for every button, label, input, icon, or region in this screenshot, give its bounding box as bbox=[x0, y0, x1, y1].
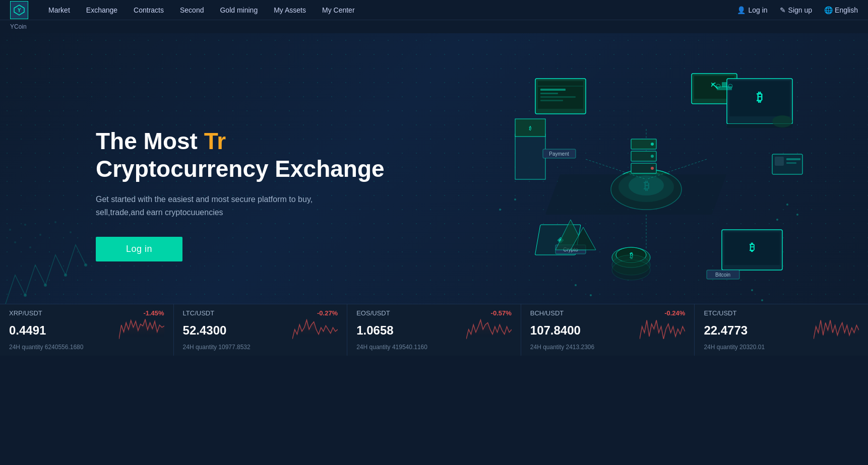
svg-point-5 bbox=[64, 274, 67, 277]
hero-title-line1: The Most Tr bbox=[96, 127, 385, 155]
hero-subtitle: Get started with the easiest and most se… bbox=[96, 193, 385, 219]
ticker-top: LTC/USDT -0.27% bbox=[183, 309, 338, 317]
ticker-chart bbox=[119, 319, 164, 341]
ticker-item[interactable]: XRP/USDT -1.45% 0.4491 24H quantity 6240… bbox=[0, 304, 174, 356]
svg-text:Y: Y bbox=[18, 8, 21, 13]
svg-point-57 bbox=[651, 143, 654, 146]
brand-name: YCoin bbox=[10, 23, 27, 30]
ticker-pair: XRP/USDT bbox=[9, 309, 42, 317]
ticker-item[interactable]: LTC/USDT -0.27% 52.4300 24H quantity 109… bbox=[174, 304, 348, 356]
svg-text:₿: ₿ bbox=[529, 125, 532, 131]
svg-point-75 bbox=[590, 294, 592, 296]
language-selector[interactable]: 🌐 English bbox=[824, 6, 858, 14]
ticker-change: -0.27% bbox=[317, 309, 338, 317]
nav-my-assets[interactable]: My Assets bbox=[274, 6, 306, 14]
navbar: Y Market Exchange Contracts Second Gold … bbox=[0, 0, 868, 20]
svg-rect-18 bbox=[545, 174, 726, 215]
ticker-pair: LTC/USDT bbox=[183, 309, 215, 317]
globe-icon: 🌐 bbox=[824, 6, 833, 14]
svg-point-58 bbox=[651, 155, 654, 158]
ticker-volume: 24H quantity 6240556.1680 bbox=[9, 344, 164, 351]
svg-point-77 bbox=[761, 299, 763, 301]
nav-gold-mining[interactable]: Gold mining bbox=[220, 6, 258, 14]
svg-point-69 bbox=[499, 209, 501, 211]
ticker-pair: EOS/USDT bbox=[356, 309, 390, 317]
ticker-volume: 24H quantity 20320.01 bbox=[704, 344, 859, 351]
svg-point-72 bbox=[786, 204, 788, 206]
ticker-top: XRP/USDT -1.45% bbox=[9, 309, 164, 317]
ticker-volume: 24H quantity 419540.1160 bbox=[356, 344, 512, 351]
ticker-change: -1.45% bbox=[143, 309, 164, 317]
svg-rect-81 bbox=[775, 157, 784, 166]
ticker-chart bbox=[814, 319, 859, 341]
svg-rect-28 bbox=[540, 93, 558, 94]
svg-text:Payment: Payment bbox=[549, 151, 569, 157]
svg-text:₿: ₿ bbox=[757, 90, 763, 104]
svg-rect-83 bbox=[786, 162, 796, 164]
svg-point-71 bbox=[776, 219, 778, 221]
svg-rect-82 bbox=[786, 158, 800, 160]
svg-text:₿: ₿ bbox=[750, 242, 755, 253]
svg-point-40 bbox=[772, 115, 792, 127]
hero-content: The Most Tr Cryptocurrency Exchange Get … bbox=[0, 127, 385, 262]
svg-rect-19 bbox=[515, 134, 545, 179]
svg-text:Bitcoin: Bitcoin bbox=[715, 272, 730, 278]
svg-point-74 bbox=[575, 284, 577, 286]
nav-contracts[interactable]: Contracts bbox=[134, 6, 164, 14]
ticker-volume: 24H quantity 2413.2306 bbox=[530, 344, 686, 351]
hero-section: The Most Tr Cryptocurrency Exchange Get … bbox=[0, 33, 868, 356]
hero-illustration: ₿ ₿ Payment bbox=[475, 58, 818, 330]
svg-point-76 bbox=[751, 289, 753, 291]
hero-login-button[interactable]: Log in bbox=[96, 237, 182, 261]
user-icon: 👤 bbox=[737, 6, 746, 14]
svg-rect-25 bbox=[538, 81, 583, 109]
svg-point-4 bbox=[44, 284, 47, 287]
nav-my-center[interactable]: My Center bbox=[322, 6, 355, 14]
ticker-chart bbox=[292, 319, 338, 341]
nav-links: Market Exchange Contracts Second Gold mi… bbox=[48, 6, 737, 14]
iso-svg: ₿ ₿ Payment bbox=[475, 58, 818, 330]
nav-market[interactable]: Market bbox=[48, 6, 70, 14]
svg-rect-27 bbox=[540, 89, 566, 91]
svg-point-3 bbox=[24, 294, 27, 297]
svg-point-73 bbox=[796, 214, 798, 216]
hero-title-line2: Cryptocurrency Exchange bbox=[96, 155, 385, 183]
svg-point-68 bbox=[612, 260, 650, 280]
edit-icon: ✎ bbox=[780, 6, 786, 14]
nav-exchange[interactable]: Exchange bbox=[86, 6, 117, 14]
svg-rect-30 bbox=[540, 100, 563, 101]
logo-area: Y bbox=[10, 1, 28, 19]
signup-link[interactable]: ✎ Sign up bbox=[780, 6, 812, 14]
ticker-volume: 24H quantity 10977.8532 bbox=[183, 344, 338, 351]
nav-second[interactable]: Second bbox=[180, 6, 204, 14]
nav-right: 👤 Log in ✎ Sign up 🌐 English bbox=[737, 6, 858, 14]
brand-row: YCoin bbox=[0, 20, 868, 33]
svg-rect-61 bbox=[722, 82, 727, 87]
svg-point-59 bbox=[651, 167, 654, 170]
login-link[interactable]: 👤 Log in bbox=[737, 6, 767, 14]
svg-point-70 bbox=[514, 198, 516, 201]
svg-point-6 bbox=[84, 263, 87, 267]
svg-rect-29 bbox=[540, 96, 576, 98]
logo-icon: Y bbox=[10, 1, 28, 19]
